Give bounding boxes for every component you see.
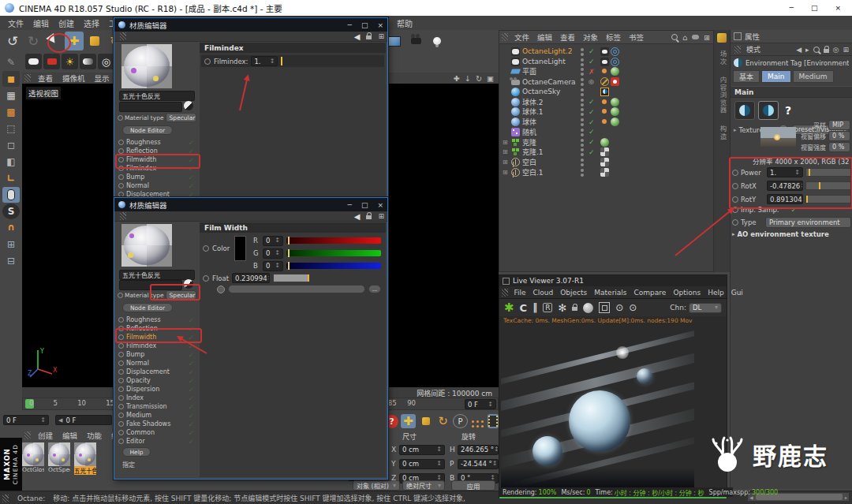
param-circle-icon[interactable] — [118, 386, 124, 392]
object-row[interactable]: ⊞ 球体 ✓ — [499, 117, 713, 127]
enable-state-icon[interactable]: ✓ — [589, 118, 600, 126]
texture-expand-icon[interactable]: ▸ — [734, 127, 737, 133]
object-row[interactable]: ⊞ 克隆 ✓ — [499, 137, 713, 147]
param-circle-icon[interactable] — [118, 115, 123, 121]
expand-icon[interactable]: ⊞ — [503, 48, 511, 55]
material-item[interactable]: 五光十色 — [74, 442, 96, 475]
visibility-dots-icon[interactable] — [581, 108, 584, 111]
material-preview[interactable] — [121, 224, 172, 267]
live-viewer-menu-item[interactable]: Compare — [630, 289, 670, 297]
dock-icon[interactable]: ⊞ — [378, 212, 384, 220]
rotate-icon[interactable]: ↻ — [435, 414, 450, 428]
imp-samp-checkbox[interactable]: ✓ — [791, 206, 798, 214]
assign-label[interactable]: 指定 — [122, 460, 135, 469]
channel-checkbox[interactable]: ✓ — [188, 316, 194, 324]
grip-icon[interactable] — [502, 289, 508, 297]
visibility-dots-icon[interactable] — [581, 48, 584, 51]
channel-gradient-slider[interactable] — [286, 250, 381, 256]
undo-icon[interactable]: ↺ — [3, 32, 22, 50]
param-circle-icon[interactable] — [118, 293, 123, 298]
render-image[interactable] — [501, 316, 694, 488]
frame-end-field[interactable]: 0 F↕ — [465, 399, 496, 409]
expand-icon[interactable]: ⊞ — [503, 58, 511, 65]
texture-preview-thumbnail[interactable] — [760, 127, 796, 147]
tex-tag[interactable] — [611, 98, 619, 106]
object-row[interactable]: ⊞ 克隆.1 ✓ — [499, 147, 713, 158]
dock-icon[interactable]: ⊞ — [378, 32, 384, 40]
param-circle-icon[interactable] — [118, 326, 124, 331]
channel-row[interactable]: Roughness ✓ — [116, 315, 196, 324]
home-icon[interactable]: ⌂ — [682, 33, 687, 42]
light-bulb-icon[interactable] — [428, 32, 447, 50]
add-panel-icon[interactable]: ⊞ — [843, 46, 849, 54]
rings-tag[interactable] — [611, 47, 619, 56]
param-circle-icon[interactable] — [203, 245, 209, 252]
dots-grid-icon[interactable] — [470, 414, 485, 428]
environment-preset-1-icon[interactable] — [734, 101, 755, 120]
channel-row[interactable]: Roughness ✓ — [116, 138, 196, 147]
param-circle-icon[interactable] — [118, 334, 124, 340]
visibility-dots-icon[interactable] — [581, 159, 584, 162]
material-menu-item[interactable]: 创建 — [33, 430, 58, 441]
channel-checkbox[interactable]: ✓ — [188, 368, 194, 376]
expand-icon[interactable]: ⊞ — [503, 139, 511, 146]
tex-tag[interactable] — [600, 138, 609, 147]
channel-row[interactable]: Common ✓ — [116, 428, 196, 437]
restart-render-icon[interactable]: C — [520, 302, 528, 314]
live-viewer-menu-item[interactable]: Objects — [557, 289, 591, 297]
channel-value-field[interactable]: 0↕ — [263, 248, 283, 259]
channel-row[interactable]: Transmission ✓ — [116, 402, 196, 411]
channel-gradient-slider[interactable] — [286, 263, 381, 269]
channel-checkbox[interactable]: ✓ — [188, 351, 194, 359]
history-forward-icon[interactable]: ▸ — [805, 46, 809, 54]
close-icon[interactable]: × — [377, 201, 383, 209]
visibility-dots-icon[interactable] — [581, 78, 584, 81]
object-name[interactable]: 克隆 — [522, 137, 581, 147]
live-viewer-menu-item[interactable]: Materials — [591, 289, 630, 297]
object-menu-item[interactable]: 对象 — [579, 32, 602, 43]
section-header[interactable]: Main — [731, 86, 852, 98]
visibility-dots-icon[interactable] — [581, 68, 584, 71]
layer-tab-icon[interactable] — [717, 33, 727, 43]
object-name[interactable]: 平面 — [522, 66, 581, 77]
history-back-icon[interactable]: ◀ — [796, 46, 802, 54]
channel-checkbox[interactable]: ✓ — [188, 182, 194, 190]
channel-row[interactable]: Opacity ✓ — [116, 376, 196, 385]
make-editable-icon[interactable]: ✎ — [2, 54, 20, 70]
browse-button[interactable]: ... — [368, 285, 381, 293]
viewport-zoom-icon[interactable]: ↓ — [465, 74, 471, 83]
visibility-dots-icon[interactable] — [581, 169, 584, 172]
side-tab[interactable]: 构造 — [718, 125, 727, 140]
viewport-rotate-icon[interactable]: ↻ — [476, 74, 482, 83]
ban-tag[interactable] — [600, 77, 609, 86]
enable-state-icon[interactable]: ✗ — [589, 68, 600, 76]
material-item[interactable]: OctSpec — [48, 442, 70, 473]
maximize-icon[interactable]: □ — [361, 21, 368, 29]
channel-checkbox[interactable]: ✓ — [188, 403, 194, 411]
window-titlebar[interactable]: 材质编辑器 ─ □ × — [114, 18, 387, 32]
lightplate-tag[interactable] — [600, 47, 609, 56]
slider-value-field[interactable]: 0.891304↕ — [767, 194, 803, 204]
param-circle-icon[interactable] — [732, 207, 738, 213]
object-name[interactable]: 随机 — [522, 127, 581, 137]
maximize-icon[interactable]: □ — [361, 201, 368, 209]
workplane-mode-icon[interactable]: ▩ — [2, 104, 20, 120]
channel-checkbox[interactable]: ✓ — [188, 342, 194, 350]
lightplate-tag[interactable] — [600, 58, 609, 66]
channel-checkbox[interactable]: ✓ — [188, 360, 194, 368]
close-icon[interactable]: × — [377, 21, 383, 29]
visibility-dots-icon[interactable] — [581, 99, 584, 102]
expand-icon[interactable]: ⊞ — [503, 129, 511, 136]
object-name[interactable]: 克隆.1 — [522, 147, 581, 157]
param-circle-icon[interactable] — [118, 166, 124, 171]
channel-row[interactable]: Bump ✓ — [116, 173, 196, 181]
channel-row[interactable]: Editor ✓ — [116, 437, 196, 446]
channel-row[interactable]: Reflection ✓ — [116, 324, 196, 333]
minimize-icon[interactable]: ─ — [790, 4, 794, 12]
channel-checkbox[interactable]: ✓ — [188, 394, 194, 402]
menu-item[interactable]: 文件 — [3, 17, 28, 29]
viewport-maximize-icon[interactable]: ▣ — [487, 74, 494, 83]
slider-value-field[interactable]: -0.47826↕ — [767, 181, 803, 191]
apply-button[interactable]: 应用 — [451, 480, 495, 491]
channel-row[interactable]: Filmwidth ✓ — [116, 155, 196, 164]
